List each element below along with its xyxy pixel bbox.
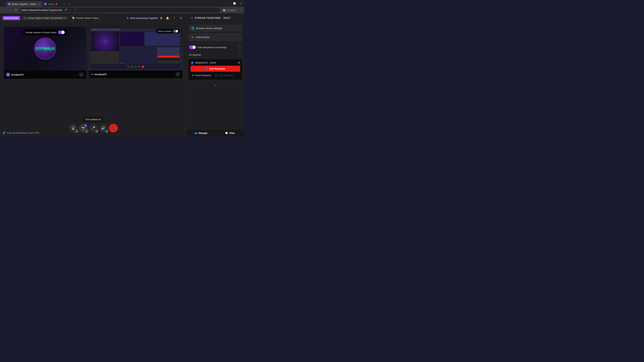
mini-panel-3 (157, 53, 180, 55)
mini-preview-container: Show on Stream (90, 28, 181, 69)
include-camera-label: Include camera in Group Output (26, 31, 56, 34)
tab-back-btn[interactable]: ‹ (1, 1, 6, 6)
new-tab-btn[interactable]: + (68, 2, 72, 7)
auto-add-info-icon[interactable]: i (238, 46, 242, 49)
avatar-text: CITYWALK (36, 46, 55, 51)
tabs-container: t Stream Together - Twitch ✕ t Twitch ✕ … (6, 0, 225, 7)
mini-panel-5 (157, 58, 180, 60)
mini-backstage (91, 29, 98, 31)
incognito-btn[interactable]: 🕵 Incognito (221, 8, 238, 12)
end-requests-btn[interactable]: 👤 End Requests (190, 66, 240, 72)
help-icon-btn[interactable]: ? (172, 15, 177, 21)
address-bar[interactable]: twitch.tv/popout/moodjoy071/guest-star 🎤… (20, 7, 220, 12)
incognito-label: Incognito (227, 9, 236, 11)
content-area: BACKSTAGE ⬛ Group Capture Output: Screen… (0, 13, 186, 137)
camera-username: moodjoy071 (11, 73, 24, 76)
group-capture-btn[interactable]: ⬛ Group Capture Output: Screenshare ▾ (22, 16, 68, 20)
clear-requests-btn[interactable]: 🗑 Clear Requests (214, 73, 234, 78)
browser-source-label: Browser Source Settings (196, 27, 222, 30)
auto-add-row: Auto-add guests to backstage i (186, 43, 244, 51)
filter-icon[interactable]: ⚙ (238, 61, 240, 64)
settings-icon-btn[interactable]: ⚙ (178, 15, 184, 21)
group-capture-icon: ⬛ (24, 17, 27, 19)
screenshare-panel: Show on Stream (89, 27, 182, 78)
person-icon: 👤 (190, 61, 194, 64)
tab2-label: Twitch (48, 3, 54, 5)
notification-icon-btn[interactable]: 🔔 (165, 15, 170, 21)
camera-btn-group: 📷 📹 ▾ (79, 124, 88, 132)
copy-url-btn[interactable]: 🔗 Copy Group Browser Source URL (3, 132, 40, 134)
mini-videos (120, 32, 180, 46)
tab-stream-together[interactable]: t Stream Together - Twitch ✕ (6, 1, 42, 7)
sidebar-header: ⊣ STREAM TOGETHER BETA (186, 13, 244, 23)
show-on-stream-overlay: Show on Stream (156, 29, 180, 33)
browser-source-icon: 🌐 (191, 27, 194, 30)
mini-panel-1 (157, 47, 180, 50)
show-on-stream-toggle[interactable] (173, 30, 178, 33)
mini-footer (91, 51, 119, 63)
tab1-label: Stream Together - Twitch (12, 3, 36, 5)
start-streaming-btn[interactable]: ★ Start Streaming Together ⚡ (126, 16, 163, 20)
minimize-btn[interactable]: ─ (226, 1, 231, 6)
maximize-btn[interactable]: ⬜ (232, 1, 237, 6)
mini-right-bottom: moodjoy071 (120, 46, 180, 64)
pencil-icon[interactable]: ✏ (214, 84, 217, 87)
volume-btn-group: 🔊 ▾ (99, 124, 108, 132)
mini-panel-4 (157, 55, 180, 58)
tablet-icon[interactable]: 📱 (73, 8, 77, 12)
forward-btn[interactable]: → (8, 7, 13, 13)
monitor-icon: 🖥 (91, 73, 93, 76)
top-toolbar: BACKSTAGE ⬛ Group Capture Output: Screen… (0, 13, 186, 23)
browser-source-btn[interactable]: 🌐 Browser Source Settings (188, 25, 242, 32)
auto-add-toggle[interactable] (189, 45, 196, 49)
mini-panel-6 (157, 61, 180, 63)
mini-right-top: Show on Stream (120, 32, 180, 46)
camera-chevron[interactable]: ▾ (85, 129, 88, 133)
queue-help-icon[interactable]: ? (238, 53, 242, 56)
mini-btn-2 (131, 65, 133, 68)
volume-chevron[interactable]: ▾ (105, 129, 109, 133)
camera-bg: Include camera in Group Output CITYWALK (4, 27, 86, 70)
end-requests-icon: 👤 (206, 67, 208, 70)
more-btn[interactable]: ⋮ (238, 8, 243, 12)
screenshare-more-options[interactable]: ⋯ (175, 72, 180, 77)
backstage-btn[interactable]: BACKSTAGE (3, 16, 20, 20)
manage-btn[interactable]: 👥 Manage (186, 129, 216, 137)
group-capture-label: Group Capture Output: Screenshare (28, 17, 64, 19)
chat-btn[interactable]: 💬 Chat (216, 129, 244, 137)
end-requests-label: End Requests (210, 67, 225, 70)
requests-header: 👤 REQUESTS - 0/100 ⚙ (190, 61, 240, 64)
hangup-btn[interactable]: 📞 (109, 124, 118, 132)
reload-btn[interactable]: ↻ (14, 7, 19, 13)
back-btn[interactable]: ← (1, 7, 7, 13)
requests-label: REQUESTS - 0/100 (195, 61, 216, 64)
twitch-icon-small: t (6, 73, 10, 76)
invite-guests-btn[interactable]: ＋ Invite Guests (188, 33, 242, 41)
incognito-icon: 🕵 (222, 8, 226, 12)
screenshare-chevron[interactable]: ▾ (75, 129, 78, 133)
mic-address-icon[interactable]: 🎤 (64, 8, 68, 12)
include-camera-switch[interactable] (58, 30, 65, 34)
camera-footer: t moodjoy071 ⋯ (4, 70, 86, 79)
preview-icon: 📡 (72, 17, 75, 19)
manage-label: Manage (198, 132, 207, 134)
tab-twitch[interactable]: t Twitch ✕ (42, 1, 68, 7)
mic-btn-group: 🎤 ▾ (89, 124, 98, 132)
close-btn[interactable]: ✕ (238, 1, 243, 6)
mini-preview (111, 29, 120, 31)
mini-actions (90, 64, 181, 69)
mic-chevron[interactable]: ▾ (95, 129, 98, 133)
mini-right-panel: Show on Stream (120, 32, 180, 64)
include-camera-toggle: Include camera in Group Output (23, 29, 68, 35)
pause-requests-btn[interactable]: ⏸ Pause Requests (190, 73, 212, 78)
camera-more-options-btn[interactable]: ⋯ (79, 72, 84, 77)
tab2-close[interactable]: ✕ (62, 2, 66, 5)
mini-main: Show on Stream (90, 31, 181, 64)
preview-btn[interactable]: 📡 Preview Stream Output (70, 15, 100, 20)
mini-avatar (91, 32, 119, 51)
screenshare-footer: 🖥 moodjoy071 ⋯ (89, 70, 182, 78)
tab1-close[interactable]: ✕ (37, 2, 40, 5)
in-queue-header: IN QUEUE ? (186, 51, 244, 58)
collapse-icon[interactable]: ⊣ (190, 16, 192, 20)
star-address-icon[interactable]: ☆ (68, 8, 72, 12)
